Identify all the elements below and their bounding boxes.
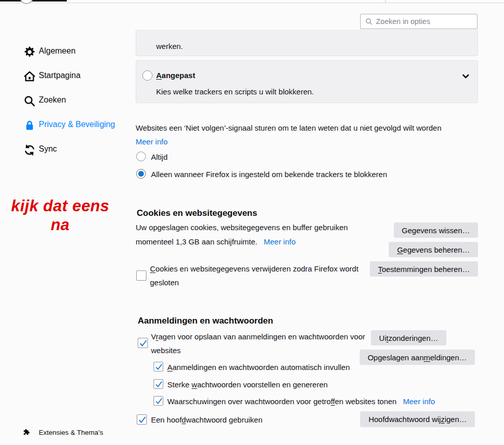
gear-icon bbox=[23, 46, 36, 58]
cookies-desc-line1: Uw opgeslagen cookies, websitegegevens e… bbox=[136, 223, 348, 232]
automatisch-invullen-label[interactable]: Aanmeldingen en wachtwoorden automatisch… bbox=[167, 363, 350, 372]
label-accesskey: A bbox=[156, 71, 162, 80]
puzzle-piece-icon bbox=[22, 428, 31, 436]
magnifier-icon bbox=[23, 95, 36, 107]
sidebar-label-startpagina: Startpagina bbox=[39, 71, 81, 80]
sidebar-item-sync[interactable]: Sync bbox=[18, 138, 132, 162]
home-icon bbox=[23, 70, 36, 83]
logins-heading: Aanmeldingen en wachtwoorden bbox=[138, 316, 273, 326]
btn-pre: Ge bbox=[402, 226, 412, 235]
aangepast-panel: Aangepast Kies welke trackers en scripts… bbox=[136, 60, 478, 103]
btn-accesskey: g bbox=[412, 226, 416, 235]
cookies-verwijderen-label-line1[interactable]: Cookies en websitegegevens verwijderen z… bbox=[150, 264, 359, 273]
lock-icon bbox=[23, 119, 36, 132]
gegevens-wissen-button[interactable]: Gegevens wissen… bbox=[394, 222, 478, 238]
label-accesskey: A bbox=[167, 363, 172, 372]
cookies-verwijderen-label-line2[interactable]: gesloten bbox=[150, 278, 179, 287]
cookies-meer-info-link[interactable]: Meer info bbox=[264, 237, 296, 246]
btn-pre: Ui bbox=[379, 334, 386, 342]
waarschuwingen-checkbox[interactable] bbox=[154, 396, 163, 406]
btn-accesskey: m bbox=[424, 353, 431, 362]
hoofdwachtwoord-label[interactable]: Een hoofdwachtwoord gebruiken bbox=[151, 415, 263, 424]
dnt-radio-altijd-label[interactable]: Altijd bbox=[151, 153, 168, 161]
waarschuwingen-label[interactable]: Waarschuwingen over wachtwoorden voor ge… bbox=[167, 397, 435, 406]
uitzonderingen-button[interactable]: Uitzonderingen… bbox=[371, 330, 446, 345]
sidebar-item-privacy-beveiliging[interactable]: Privacy & Beveiliging bbox=[18, 113, 132, 138]
cut-off-panel-text: werken. bbox=[156, 42, 183, 51]
cookies-desc-line2-text: momenteel 1,3 GB aan schijfruimte. bbox=[136, 237, 257, 246]
annotation-line1: kijk dat eens bbox=[4, 196, 116, 215]
search-input[interactable] bbox=[376, 14, 476, 29]
hoofdwachtwoord-checkbox[interactable] bbox=[137, 414, 147, 425]
checkmark-icon bbox=[139, 339, 148, 348]
dnt-meer-info-link[interactable]: Meer info bbox=[136, 137, 168, 146]
sidebar-label-zoeken: Zoeken bbox=[39, 95, 66, 105]
btn-post: igen… bbox=[445, 415, 467, 424]
label-rest: anmeldingen en wachtwoorden automatisch … bbox=[172, 363, 350, 372]
btn-accesskey: z bbox=[441, 415, 445, 424]
btn-post: zonderingen… bbox=[388, 334, 438, 342]
sidebar-item-startpagina[interactable]: Startpagina bbox=[18, 64, 132, 89]
settings-search-box[interactable] bbox=[360, 14, 477, 29]
btn-post: evens wissen… bbox=[416, 226, 470, 235]
waarschuwingen-meer-info-link[interactable]: Meer info bbox=[403, 397, 435, 406]
checkmark-icon bbox=[138, 415, 147, 425]
toestemmingen-beheren-button[interactable]: Toestemmingen beheren… bbox=[370, 261, 478, 277]
sidebar-label-sync: Sync bbox=[39, 144, 57, 154]
gegevens-beheren-button[interactable]: Gegevens beheren… bbox=[389, 242, 478, 257]
label-rest: agen voor opslaan van aanmeldingen en wa… bbox=[158, 332, 365, 341]
browser-chrome-remnant bbox=[0, 0, 504, 3]
cut-off-panel: werken. bbox=[136, 30, 478, 56]
btn-post: egevens beheren… bbox=[403, 245, 470, 254]
label-rest: wachtwoord gebruiken bbox=[186, 415, 262, 424]
btn-accesskey: G bbox=[397, 245, 403, 254]
sidebar-label-algemeen: Algemeen bbox=[39, 46, 75, 56]
label-accesskey: ff bbox=[331, 397, 335, 406]
btn-post: eldingen… bbox=[430, 353, 467, 362]
opgeslagen-aanmeldingen-button[interactable]: Opgeslagen aanmeldingen… bbox=[360, 350, 475, 365]
annotation-line2: na bbox=[4, 215, 116, 234]
label-pre: Waarschuwingen over wachtwoorden voor ge… bbox=[167, 397, 331, 406]
checkmark-icon bbox=[155, 363, 163, 372]
aangepast-description: Kies welke trackers en scripts u wilt bl… bbox=[156, 87, 314, 96]
label-accesskey: C bbox=[150, 264, 156, 273]
vragen-opslaan-label-line2[interactable]: websites bbox=[151, 346, 181, 355]
label-rest: en websites tonen bbox=[335, 397, 397, 406]
cookies-verwijderen-checkbox[interactable] bbox=[136, 270, 146, 281]
search-icon bbox=[365, 18, 373, 26]
chrome-partial-circle-icon bbox=[20, 0, 33, 4]
dnt-radio-altijd[interactable] bbox=[136, 152, 146, 161]
sterke-wachtwoorden-checkbox[interactable] bbox=[154, 379, 163, 389]
label-accesskey: w bbox=[192, 380, 197, 389]
cookies-heading: Cookies en websitegegevens bbox=[137, 208, 257, 218]
chrome-divider-tick bbox=[385, 0, 386, 3]
label-pre: Sterke bbox=[167, 380, 192, 389]
checkmark-icon bbox=[155, 380, 163, 389]
btn-pre: Hoofdwachtwoord wij bbox=[368, 415, 441, 424]
red-annotation: kijk dat eens na bbox=[4, 196, 116, 234]
vragen-opslaan-checkbox[interactable] bbox=[138, 338, 148, 348]
sidebar-footer-extensies[interactable]: Extensies & Thema's bbox=[39, 429, 103, 436]
sidebar-item-algemeen[interactable]: Algemeen bbox=[18, 40, 132, 64]
dnt-radio-alleen[interactable] bbox=[136, 169, 146, 179]
label-rest: achtwoorden voorstellen en genereren bbox=[197, 380, 327, 389]
dnt-radio-alleen-label[interactable]: Alleen wanneer Firefox is ingesteld om b… bbox=[151, 170, 387, 179]
btn-pre: Opgeslagen aan bbox=[368, 353, 424, 362]
label-rest: angepast bbox=[162, 71, 195, 80]
sterke-wachtwoorden-label[interactable]: Sterke wachtwoorden voorstellen en gener… bbox=[167, 380, 327, 389]
automatisch-invullen-checkbox[interactable] bbox=[154, 362, 163, 372]
sidebar-item-zoeken[interactable]: Zoeken bbox=[18, 89, 132, 113]
hoofdwachtwoord-wijzigen-button[interactable]: Hoofdwachtwoord wijzigen… bbox=[360, 411, 475, 427]
dnt-text: Websites een ‘Niet volgen’-signaal sture… bbox=[136, 123, 441, 132]
aangepast-radio[interactable] bbox=[142, 70, 153, 81]
sync-icon bbox=[23, 144, 36, 156]
chrome-black-bar bbox=[0, 0, 67, 2]
checkmark-icon bbox=[155, 397, 163, 406]
cookies-desc-line2: momenteel 1,3 GB aan schijfruimte. Meer … bbox=[136, 237, 296, 246]
label-rest: ookies en websitegegevens verwijderen zo… bbox=[156, 264, 359, 273]
firefox-preferences-page: Algemeen Startpagina Zoeken Privacy & Be… bbox=[0, 0, 504, 445]
label-pre: Een hoof bbox=[151, 415, 182, 424]
vragen-opslaan-label-line1[interactable]: Vragen voor opslaan van aanmeldingen en … bbox=[151, 332, 365, 341]
aangepast-label[interactable]: Aangepast bbox=[156, 71, 195, 80]
chevron-down-icon[interactable] bbox=[462, 74, 469, 79]
